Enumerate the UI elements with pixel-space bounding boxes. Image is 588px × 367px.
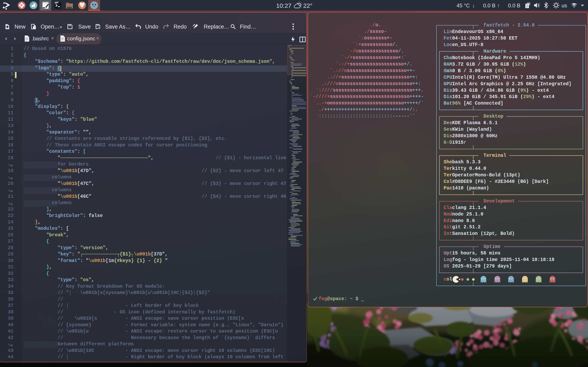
svg-text:F: F: [20, 3, 23, 8]
